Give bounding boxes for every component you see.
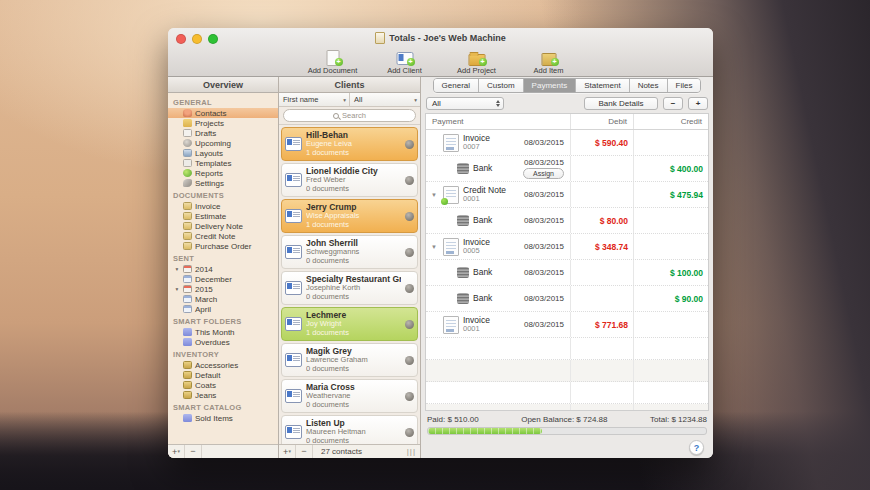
filter-dropdown[interactable]: All ▾ bbox=[350, 93, 420, 106]
sidebar-add-button[interactable]: +▾ bbox=[168, 445, 185, 458]
sort-dropdown[interactable]: First name ▾ bbox=[279, 93, 350, 106]
sidebar-item[interactable]: Templates bbox=[168, 158, 278, 168]
sidebar-item[interactable]: Sold Items bbox=[168, 413, 278, 423]
sidebar-item[interactable]: March bbox=[168, 294, 278, 304]
sidebar-item[interactable]: Delivery Note bbox=[168, 221, 278, 231]
table-row[interactable]: Invoice 0001 08/03/2015 Assign $ 771.68 bbox=[426, 312, 708, 338]
tab[interactable]: Notes bbox=[630, 79, 668, 92]
client-row[interactable]: Hill-Behan Eugene Leiva 1 documents bbox=[281, 127, 418, 161]
sidebar-item-label: Overdues bbox=[195, 338, 230, 347]
sidebar-item[interactable]: Accessories bbox=[168, 360, 278, 370]
remove-payment-button[interactable]: − bbox=[663, 97, 683, 110]
bank-details-button[interactable]: Bank Details bbox=[584, 97, 658, 110]
minimize-button[interactable] bbox=[192, 34, 202, 44]
reports-icon bbox=[183, 169, 192, 177]
sidebar-item[interactable]: Drafts bbox=[168, 128, 278, 138]
sidebar-item[interactable]: Coats bbox=[168, 380, 278, 390]
toolbar-button[interactable]: + Add Client bbox=[374, 48, 436, 75]
payment-date: 08/03/2015 bbox=[524, 138, 564, 147]
sidebar-item[interactable]: Purchase Order bbox=[168, 241, 278, 251]
tab[interactable]: Payments bbox=[524, 79, 577, 92]
client-remove-button[interactable]: − bbox=[296, 445, 313, 458]
toolbar-button[interactable]: + Add Document bbox=[302, 48, 364, 75]
sidebar-item-label: Accessories bbox=[195, 361, 238, 370]
row-action-gear-icon[interactable] bbox=[405, 428, 414, 437]
add-payment-button[interactable]: + bbox=[688, 97, 708, 110]
client-row[interactable]: Maria Cross Weathervane 0 documents bbox=[281, 379, 418, 413]
toolbar-button[interactable]: + Add Project bbox=[446, 48, 508, 75]
row-action-gear-icon[interactable] bbox=[405, 212, 414, 221]
client-row[interactable]: Lionel Kiddie City Fred Weber 0 document… bbox=[281, 163, 418, 197]
sidebar-item[interactable]: Projects bbox=[168, 118, 278, 128]
sidebar-item[interactable]: Jeans bbox=[168, 390, 278, 400]
sidebar-remove-button[interactable]: − bbox=[185, 445, 202, 458]
row-action-gear-icon[interactable] bbox=[405, 392, 414, 401]
search-input[interactable]: Search bbox=[283, 109, 416, 122]
sidebar-item[interactable]: Invoice bbox=[168, 201, 278, 211]
assign-button[interactable]: Assign bbox=[523, 168, 564, 179]
sidebar-item[interactable]: Reports bbox=[168, 168, 278, 178]
column-header-debit[interactable]: Debit bbox=[570, 114, 633, 129]
help-button[interactable]: ? bbox=[689, 440, 704, 455]
disclosure-triangle-icon[interactable]: ▾ bbox=[174, 266, 180, 272]
zoom-button[interactable] bbox=[208, 34, 218, 44]
client-row[interactable]: Jerry Crump Wise Appraisals 1 documents bbox=[281, 199, 418, 233]
sidebar-list: GENERAL Contacts bbox=[168, 93, 278, 444]
sidebar-item[interactable]: Credit Note bbox=[168, 231, 278, 241]
row-action-gear-icon[interactable] bbox=[405, 140, 414, 149]
debit-amount: $ 80.00 bbox=[570, 208, 633, 233]
disclosure-triangle-icon[interactable]: ▾ bbox=[174, 286, 180, 292]
table-row[interactable]: ▼ Credit Note 0001 08/03/2015 Assign bbox=[426, 182, 708, 208]
tab[interactable]: Files bbox=[668, 79, 701, 92]
client-row[interactable]: Magik Grey Lawrence Graham 0 documents bbox=[281, 343, 418, 377]
client-row[interactable]: Specialty Restaurant Group Josephine Kor… bbox=[281, 271, 418, 305]
sidebar-item[interactable]: Default bbox=[168, 370, 278, 380]
row-expander-icon[interactable]: ▼ bbox=[429, 244, 439, 250]
sidebar-item[interactable]: Estimate bbox=[168, 211, 278, 221]
row-expander-icon[interactable]: ▼ bbox=[429, 192, 439, 198]
sidebar-item[interactable]: ▾ 2014 bbox=[168, 264, 278, 274]
client-row[interactable]: Lechmere Joy Wright 1 documents bbox=[281, 307, 418, 341]
sidebar-item[interactable]: This Month bbox=[168, 327, 278, 337]
sidebar-item[interactable]: Contacts bbox=[168, 108, 278, 118]
row-action-gear-icon[interactable] bbox=[405, 320, 414, 329]
column-header-payment[interactable]: Payment bbox=[426, 114, 570, 129]
tab[interactable]: General bbox=[434, 79, 479, 92]
sidebar-section: SENT ▾ 2014 bbox=[168, 251, 278, 314]
client-row[interactable]: Listen Up Maureen Heitman 0 documents bbox=[281, 415, 418, 444]
table-row[interactable]: Bank 08/03/2015 Assign $ 100.00 bbox=[426, 260, 708, 286]
sidebar-item-label: 2015 bbox=[195, 285, 213, 294]
row-action-gear-icon[interactable] bbox=[405, 176, 414, 185]
payments-filter-popup[interactable]: All bbox=[426, 97, 504, 110]
tab[interactable]: Statement bbox=[576, 79, 629, 92]
sidebar-item[interactable]: ▾ 2015 bbox=[168, 284, 278, 294]
bank-icon bbox=[457, 163, 469, 174]
column-header-credit[interactable]: Credit bbox=[633, 114, 708, 129]
sidebar-item[interactable]: December bbox=[168, 274, 278, 284]
row-action-gear-icon[interactable] bbox=[405, 248, 414, 257]
table-row[interactable]: Bank 08/03/2015 Assign $ 400.00 bbox=[426, 156, 708, 182]
sidebar-item[interactable]: Overdues bbox=[168, 337, 278, 347]
smart-folder-icon bbox=[183, 338, 192, 346]
row-action-gear-icon[interactable] bbox=[405, 284, 414, 293]
table-row[interactable]: Bank 08/03/2015 Assign $ 90.00 bbox=[426, 286, 708, 312]
sidebar-item[interactable]: Layouts bbox=[168, 148, 278, 158]
credit-amount: $ 90.00 bbox=[633, 286, 708, 311]
titlebar[interactable]: Totals - Joe's Web Machine bbox=[168, 28, 713, 48]
sidebar-section-title: INVENTORY bbox=[168, 347, 278, 360]
tab[interactable]: Custom bbox=[479, 79, 524, 92]
sidebar-item[interactable]: Upcoming bbox=[168, 138, 278, 148]
resize-grip-icon[interactable]: ||| bbox=[407, 447, 420, 456]
client-add-button[interactable]: +▾ bbox=[279, 445, 296, 458]
payment-progress-bar bbox=[427, 427, 707, 435]
row-action-gear-icon[interactable] bbox=[405, 356, 414, 365]
sidebar-item[interactable]: Settings bbox=[168, 178, 278, 188]
table-row[interactable]: ▼ Invoice 0005 08/03/2015 Assign bbox=[426, 234, 708, 260]
client-row[interactable]: John Sherrill Schweggmanns 0 documents bbox=[281, 235, 418, 269]
toolbar-button[interactable]: + Add Item bbox=[518, 48, 580, 75]
window-title: Totals - Joe's Web Machine bbox=[375, 32, 505, 44]
table-row[interactable]: Bank 08/03/2015 Assign $ 80.00 bbox=[426, 208, 708, 234]
close-button[interactable] bbox=[176, 34, 186, 44]
sidebar-item[interactable]: April bbox=[168, 304, 278, 314]
table-row[interactable]: Invoice 0007 08/03/2015 Assign $ 590.40 bbox=[426, 130, 708, 156]
